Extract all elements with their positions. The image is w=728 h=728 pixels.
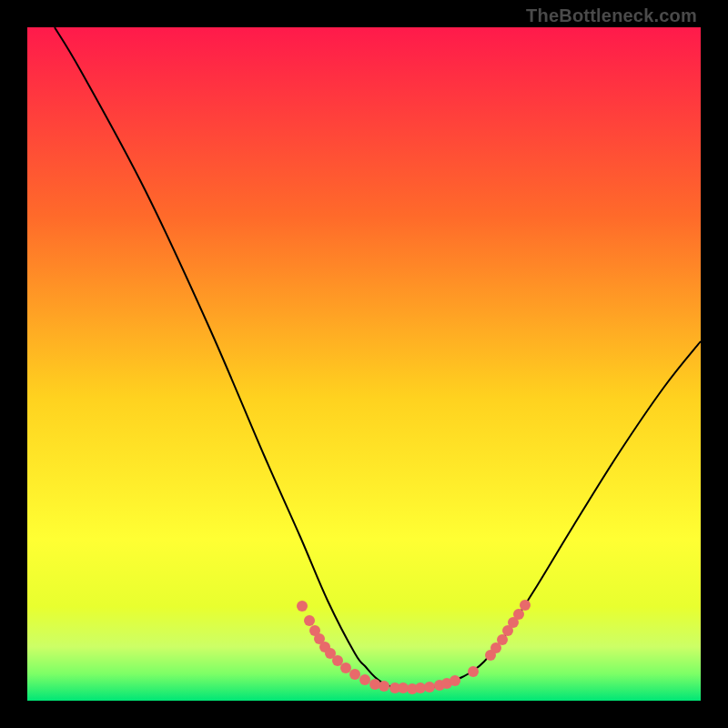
optimal-dot (359, 674, 370, 685)
optimal-dot (297, 601, 308, 612)
optimal-dot (369, 679, 380, 690)
optimal-dot (349, 669, 360, 680)
chart-frame (27, 27, 701, 701)
chart-svg (27, 27, 701, 701)
optimal-dot (340, 662, 351, 673)
optimal-dot (520, 600, 531, 611)
optimal-dot (450, 675, 460, 686)
optimal-dot (468, 666, 479, 677)
optimal-dot (424, 682, 435, 693)
bottleneck-curve (55, 27, 701, 689)
optimal-dot (379, 681, 389, 692)
watermark-text: TheBottleneck.com (526, 5, 697, 26)
optimal-dot (304, 615, 315, 626)
optimal-dot (497, 634, 508, 645)
optimal-range-dots (297, 600, 531, 694)
optimal-dot (513, 609, 524, 620)
optimal-dot (332, 655, 343, 666)
